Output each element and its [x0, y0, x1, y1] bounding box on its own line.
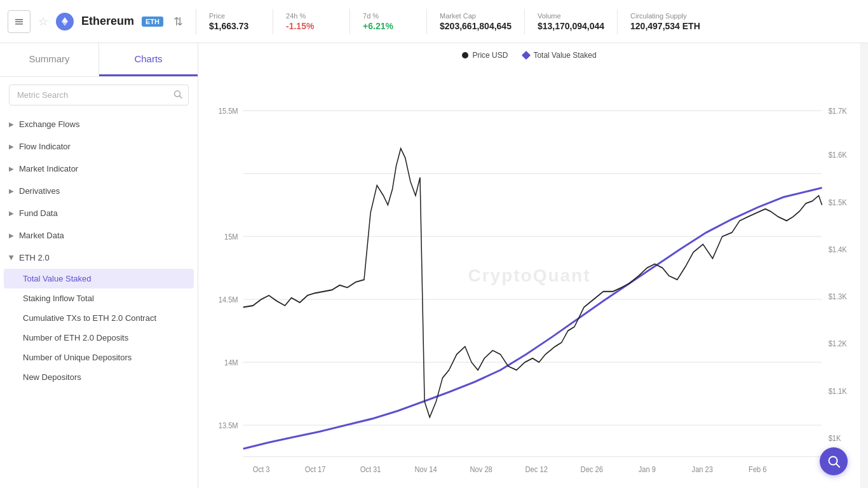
svg-text:15.5M: 15.5M — [219, 106, 238, 116]
chevron-down-icon: ▶ — [8, 255, 15, 261]
chevron-right-icon: ▶ — [9, 143, 14, 150]
svg-text:15M: 15M — [224, 232, 238, 241]
chevron-right-icon: ▶ — [9, 121, 14, 128]
sidebar-item-flow-indicator[interactable]: ▶ Flow Indicator — [0, 135, 198, 158]
svg-text:$1.5K: $1.5K — [829, 198, 848, 207]
stat-7d-value: +6.21% — [363, 21, 414, 31]
sidebar-label-eth2: ETH 2.0 — [19, 253, 50, 262]
sidebar-subitem-unique-depositors[interactable]: Number of Unique Depositors — [0, 348, 198, 367]
sidebar-tabs: Summary Charts — [0, 43, 198, 77]
stat-7d-label: 7d % — [363, 12, 414, 20]
svg-text:Jan 23: Jan 23 — [692, 464, 713, 474]
stat-marketcap-label: Market Cap — [440, 12, 512, 20]
topbar-divider-6 — [617, 9, 618, 34]
topbar-divider-4 — [426, 9, 427, 34]
sidebar-item-derivatives[interactable]: ▶ Derivatives — [0, 180, 198, 202]
svg-text:Jan 9: Jan 9 — [639, 464, 656, 474]
metric-search-input[interactable] — [9, 85, 189, 105]
svg-text:$1.4K: $1.4K — [829, 245, 848, 254]
svg-text:Nov 14: Nov 14 — [415, 464, 437, 474]
stat-volume-value: $13,170,094,044 — [538, 21, 604, 31]
topbar-divider-2 — [273, 9, 273, 34]
topbar: ☆ Ethereum ETH ⇅ Price $1,663.73 24h % -… — [0, 0, 868, 43]
stat-marketcap: Market Cap $203,661,804,645 — [440, 12, 512, 31]
chevron-right-icon: ▶ — [9, 187, 14, 194]
scrollbar[interactable] — [860, 43, 868, 488]
topbar-divider — [196, 9, 196, 34]
svg-text:$1.6K: $1.6K — [829, 150, 848, 159]
coin-ticker-badge: ETH — [142, 17, 163, 27]
stat-24h-label: 24h % — [286, 12, 337, 20]
svg-text:13.5M: 13.5M — [219, 421, 238, 430]
stat-supply: Circulating Supply 120,497,534 ETH — [630, 12, 700, 31]
tab-summary[interactable]: Summary — [0, 43, 99, 76]
coin-name: Ethereum — [81, 15, 134, 28]
sidebar-item-fund-data[interactable]: ▶ Fund Data — [0, 202, 198, 224]
stat-price: Price $1,663.73 — [209, 12, 260, 31]
svg-rect-1 — [15, 21, 23, 22]
svg-text:Dec 12: Dec 12 — [526, 464, 548, 474]
sidebar-subitem-staking-inflow[interactable]: Staking Inflow Total — [0, 288, 198, 308]
chart-area: Price USD Total Value Staked CryptoQuant… — [198, 43, 860, 488]
sidebar-subitem-deposits[interactable]: Number of ETH 2.0 Deposits — [0, 328, 198, 348]
svg-text:Dec 26: Dec 26 — [581, 464, 603, 474]
metric-search-icon — [173, 90, 182, 100]
legend-total-value-staked: Total Value Staked — [523, 51, 596, 60]
metric-search-box — [9, 85, 189, 105]
price-usd-line — [243, 149, 822, 417]
svg-text:Oct 3: Oct 3 — [253, 464, 270, 474]
sidebar-item-eth2[interactable]: ▶ ETH 2.0 — [0, 247, 198, 269]
sidebar: Summary Charts ▶ Exchange Flows ▶ Flow I… — [0, 43, 198, 488]
chevron-right-icon: ▶ — [9, 165, 14, 172]
svg-text:$1K: $1K — [829, 433, 841, 443]
sidebar-item-market-indicator[interactable]: ▶ Market Indicator — [0, 158, 198, 180]
sidebar-label-market-data: Market Data — [19, 231, 64, 240]
sidebar-label-market-indicator: Market Indicator — [19, 164, 78, 173]
sidebar-item-exchange-flows[interactable]: ▶ Exchange Flows — [0, 113, 198, 135]
svg-text:14.5M: 14.5M — [219, 295, 238, 304]
svg-text:$1.7K: $1.7K — [829, 106, 848, 116]
topbar-divider-3 — [349, 9, 350, 34]
chart-svg-container: CryptoQuant 15.5M 15M 14.5M 14M 13.5M $1… — [198, 64, 860, 488]
chevron-right-icon: ▶ — [9, 232, 14, 239]
stat-volume: Volume $13,170,094,044 — [538, 12, 604, 31]
legend-staked-icon — [522, 51, 531, 60]
svg-text:$1.1K: $1.1K — [829, 386, 848, 396]
topbar-divider-5 — [524, 9, 525, 34]
sidebar-subitem-cumulative-txs[interactable]: Cumulative TXs to ETH 2.0 Contract — [0, 308, 198, 328]
stat-24h: 24h % -1.15% — [286, 12, 337, 31]
stat-supply-label: Circulating Supply — [630, 12, 700, 20]
swap-icon[interactable]: ⇅ — [173, 15, 183, 29]
svg-text:14M: 14M — [224, 358, 238, 367]
sidebar-label-derivatives: Derivatives — [19, 186, 60, 196]
main-chart-svg: 15.5M 15M 14.5M 14M 13.5M $1.7K $1.6K $1… — [205, 64, 848, 488]
sidebar-label-flow-indicator: Flow Indicator — [19, 142, 71, 151]
sidebar-subitem-total-value-staked[interactable]: Total Value Staked — [4, 269, 194, 288]
svg-text:$1.2K: $1.2K — [829, 339, 848, 348]
sidebar-label-exchange-flows: Exchange Flows — [19, 119, 79, 129]
svg-rect-0 — [15, 19, 23, 20]
sidebar-label-fund-data: Fund Data — [19, 208, 58, 218]
svg-line-38 — [836, 464, 839, 467]
chevron-right-icon: ▶ — [9, 210, 14, 217]
stat-supply-value: 120,497,534 ETH — [630, 21, 700, 31]
legend-price-dot — [462, 52, 468, 58]
sidebar-item-market-data[interactable]: ▶ Market Data — [0, 224, 198, 247]
svg-text:Oct 31: Oct 31 — [360, 464, 381, 474]
svg-text:Nov 28: Nov 28 — [470, 464, 492, 474]
stat-24h-value: -1.15% — [286, 21, 337, 31]
legend-staked-label: Total Value Staked — [533, 51, 596, 60]
coin-logo — [56, 13, 74, 30]
stat-price-label: Price — [209, 12, 260, 20]
stat-7d: 7d % +6.21% — [363, 12, 414, 31]
sidebar-subitem-new-depositors[interactable]: New Depositors — [0, 367, 198, 387]
tab-charts[interactable]: Charts — [99, 43, 198, 76]
main-layout: Summary Charts ▶ Exchange Flows ▶ Flow I… — [0, 43, 868, 488]
svg-text:Oct 17: Oct 17 — [305, 464, 326, 474]
legend-price-usd: Price USD — [462, 51, 508, 60]
search-fab-button[interactable] — [820, 447, 848, 475]
stat-marketcap-value: $203,661,804,645 — [440, 21, 512, 31]
favorite-icon[interactable]: ☆ — [38, 15, 48, 29]
svg-line-6 — [180, 96, 182, 98]
sidebar-toggle-button[interactable] — [8, 10, 31, 33]
